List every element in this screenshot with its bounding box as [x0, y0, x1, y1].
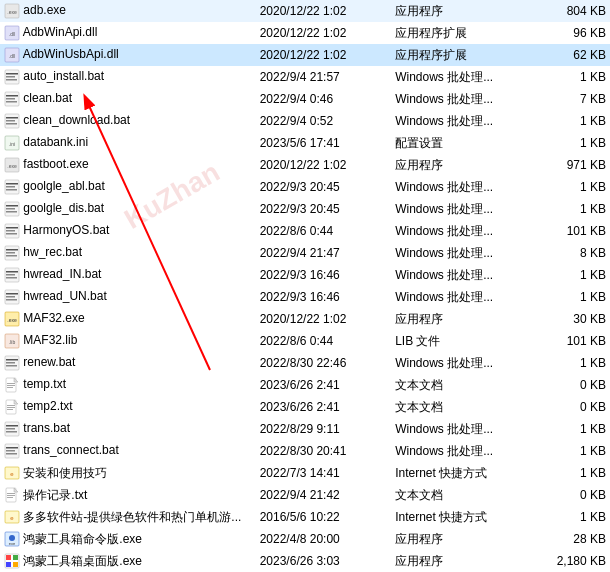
- svg-rect-16: [6, 120, 15, 122]
- file-name-cell[interactable]: trans_connect.bat: [0, 440, 256, 462]
- table-row[interactable]: .lib MAF32.lib 2022/8/6 0:44 LIB 文件 101 …: [0, 330, 610, 352]
- table-row[interactable]: HarmonyOS.bat 2022/8/6 0:44 Windows 批处理.…: [0, 220, 610, 242]
- file-name-cell[interactable]: temp.txt: [0, 374, 256, 396]
- file-type: Internet 快捷方式: [391, 462, 537, 484]
- table-row[interactable]: temp2.txt 2023/6/26 2:41 文本文档 0 KB: [0, 396, 610, 418]
- table-row[interactable]: .exe fastboot.exe 2020/12/22 1:02 应用程序 9…: [0, 154, 610, 176]
- table-row[interactable]: .dll AdbWinApi.dll 2020/12/22 1:02 应用程序扩…: [0, 22, 610, 44]
- table-row[interactable]: 鸿蒙工具箱桌面版.exe 2023/6/26 3:03 应用程序 2,180 K…: [0, 550, 610, 572]
- file-type: 文本文档: [391, 396, 537, 418]
- file-name: 多多软件站-提供绿色软件和热门单机游...: [23, 510, 241, 524]
- table-row[interactable]: auto_install.bat 2022/9/4 21:57 Windows …: [0, 66, 610, 88]
- file-name-cell[interactable]: .lib MAF32.lib: [0, 330, 256, 352]
- file-name-cell[interactable]: .ini databank.ini: [0, 132, 256, 154]
- file-icon: [4, 443, 20, 459]
- table-row[interactable]: e 多多软件站-提供绿色软件和热门单机游... 2016/5/6 10:22 I…: [0, 506, 610, 528]
- file-icon: [4, 245, 20, 261]
- file-name-cell[interactable]: .exe adb.exe: [0, 0, 256, 22]
- file-name-cell[interactable]: hwread_IN.bat: [0, 264, 256, 286]
- file-icon: exe: [4, 531, 20, 547]
- table-row[interactable]: goolgle_dis.bat 2022/9/3 20:45 Windows 批…: [0, 198, 610, 220]
- table-row[interactable]: renew.bat 2022/8/30 22:46 Windows 批处理...…: [0, 352, 610, 374]
- file-icon: [4, 553, 20, 569]
- svg-rect-73: [7, 493, 15, 494]
- file-type: 应用程序: [391, 154, 537, 176]
- file-name-cell[interactable]: renew.bat: [0, 352, 256, 374]
- file-date: 2022/4/8 20:00: [256, 528, 391, 550]
- file-name: auto_install.bat: [23, 69, 104, 83]
- table-row[interactable]: trans_connect.bat 2022/8/30 20:41 Window…: [0, 440, 610, 462]
- table-row[interactable]: .exe adb.exe 2020/12/22 1:02 应用程序 804 KB: [0, 0, 610, 22]
- file-name-cell[interactable]: clean_download.bat: [0, 110, 256, 132]
- svg-rect-64: [6, 428, 15, 430]
- file-name-cell[interactable]: temp2.txt: [0, 396, 256, 418]
- file-date: 2022/9/3 20:45: [256, 198, 391, 220]
- file-name-cell[interactable]: clean.bat: [0, 88, 256, 110]
- table-row[interactable]: .dll AdbWinUsbApi.dll 2020/12/22 1:02 应用…: [0, 44, 610, 66]
- table-row[interactable]: clean_download.bat 2022/9/4 0:52 Windows…: [0, 110, 610, 132]
- file-type: 配置设置: [391, 132, 537, 154]
- svg-text:.dll: .dll: [9, 31, 15, 37]
- file-name: hw_rec.bat: [23, 245, 82, 259]
- file-type: Windows 批处理...: [391, 352, 537, 374]
- file-name-cell[interactable]: hwread_UN.bat: [0, 286, 256, 308]
- file-date: 2022/8/6 0:44: [256, 220, 391, 242]
- file-size: 804 KB: [537, 0, 610, 22]
- table-row[interactable]: hwread_UN.bat 2022/9/3 16:46 Windows 批处理…: [0, 286, 610, 308]
- file-name-cell[interactable]: HarmonyOS.bat: [0, 220, 256, 242]
- table-row[interactable]: clean.bat 2022/9/4 0:46 Windows 批处理... 7…: [0, 88, 610, 110]
- file-name-cell[interactable]: .dll AdbWinApi.dll: [0, 22, 256, 44]
- table-row[interactable]: .exe MAF32.exe 2020/12/22 1:02 应用程序 30 K…: [0, 308, 610, 330]
- file-name-cell[interactable]: e 安装和使用技巧: [0, 462, 256, 484]
- file-icon: .exe: [4, 311, 20, 327]
- file-name-cell[interactable]: .exe fastboot.exe: [0, 154, 256, 176]
- file-name-cell[interactable]: exe 鸿蒙工具箱命令版.exe: [0, 528, 256, 550]
- svg-rect-15: [6, 117, 18, 119]
- table-row[interactable]: 操作记录.txt 2022/9/4 21:42 文本文档 0 KB: [0, 484, 610, 506]
- file-icon: .exe: [4, 3, 20, 19]
- table-row[interactable]: .ini databank.ini 2023/5/6 17:41 配置设置 1 …: [0, 132, 610, 154]
- file-icon: [4, 355, 20, 371]
- file-type: 应用程序扩展: [391, 44, 537, 66]
- file-name-cell[interactable]: 操作记录.txt: [0, 484, 256, 506]
- table-row[interactable]: temp.txt 2023/6/26 2:41 文本文档 0 KB: [0, 374, 610, 396]
- table-row[interactable]: trans.bat 2022/8/29 9:11 Windows 批处理... …: [0, 418, 610, 440]
- file-size: 1 KB: [537, 264, 610, 286]
- file-name-cell[interactable]: trans.bat: [0, 418, 256, 440]
- file-name: databank.ini: [23, 135, 88, 149]
- file-name: AdbWinApi.dll: [23, 25, 98, 39]
- file-icon: [4, 113, 20, 129]
- file-name-cell[interactable]: goolgle_dis.bat: [0, 198, 256, 220]
- file-name-cell[interactable]: 鸿蒙工具箱桌面版.exe: [0, 550, 256, 572]
- file-icon: [4, 179, 20, 195]
- table-row[interactable]: exe 鸿蒙工具箱命令版.exe 2022/4/8 20:00 应用程序 28 …: [0, 528, 610, 550]
- file-name-cell[interactable]: .exe MAF32.exe: [0, 308, 256, 330]
- svg-rect-69: [6, 453, 17, 455]
- file-name-cell[interactable]: .dll AdbWinUsbApi.dll: [0, 44, 256, 66]
- svg-rect-55: [7, 383, 15, 384]
- table-row[interactable]: goolgle_abl.bat 2022/9/3 20:45 Windows 批…: [0, 176, 610, 198]
- file-size: 0 KB: [537, 396, 610, 418]
- file-name: MAF32.exe: [23, 311, 84, 325]
- file-date: 2020/12/22 1:02: [256, 308, 391, 330]
- svg-rect-51: [6, 359, 18, 361]
- svg-rect-39: [6, 271, 18, 273]
- svg-rect-44: [6, 296, 15, 298]
- table-row[interactable]: hwread_IN.bat 2022/9/3 16:46 Windows 批处理…: [0, 264, 610, 286]
- file-name-cell[interactable]: e 多多软件站-提供绿色软件和热门单机游...: [0, 506, 256, 528]
- file-date: 2022/8/6 0:44: [256, 330, 391, 352]
- table-row[interactable]: e 安装和使用技巧 2022/7/3 14:41 Internet 快捷方式 1…: [0, 462, 610, 484]
- file-date: 2020/12/22 1:02: [256, 0, 391, 22]
- table-row[interactable]: hw_rec.bat 2022/9/4 21:47 Windows 批处理...…: [0, 242, 610, 264]
- svg-rect-25: [6, 189, 17, 191]
- svg-rect-24: [6, 186, 15, 188]
- file-name: trans_connect.bat: [23, 443, 118, 457]
- file-size: 1 KB: [537, 66, 610, 88]
- svg-rect-74: [7, 495, 15, 496]
- file-name: 鸿蒙工具箱命令版.exe: [23, 532, 142, 546]
- file-date: 2022/9/4 0:46: [256, 88, 391, 110]
- file-name-cell[interactable]: auto_install.bat: [0, 66, 256, 88]
- file-name-cell[interactable]: goolgle_abl.bat: [0, 176, 256, 198]
- file-name-cell[interactable]: hw_rec.bat: [0, 242, 256, 264]
- file-date: 2022/7/3 14:41: [256, 462, 391, 484]
